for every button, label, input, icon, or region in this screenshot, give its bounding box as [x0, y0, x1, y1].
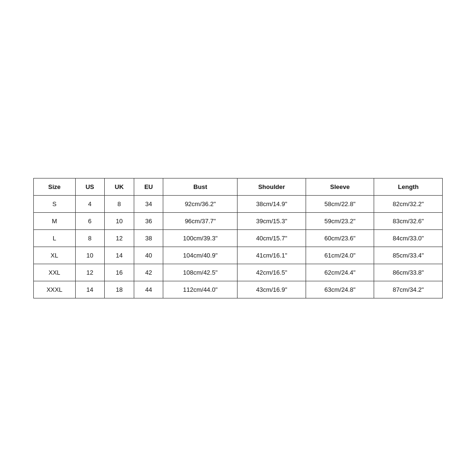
cell-us: 4 — [75, 195, 104, 212]
cell-shoulder: 39cm/15.3" — [238, 212, 306, 229]
size-chart-container: Size US UK EU Bust Shoulder Sleeve Lengt… — [33, 178, 443, 298]
cell-shoulder: 42cm/16.5" — [238, 264, 306, 281]
cell-length: 87cm/34.2" — [374, 281, 443, 298]
cell-bust: 100cm/39.3" — [163, 229, 238, 247]
cell-shoulder: 43cm/16.9" — [238, 281, 306, 298]
table-row: M6103696cm/37.7"39cm/15.3"59cm/23.2"83cm… — [34, 212, 443, 229]
cell-us: 10 — [75, 247, 104, 264]
cell-eu: 42 — [134, 264, 163, 281]
cell-uk: 10 — [104, 212, 134, 229]
cell-length: 84cm/33.0" — [374, 229, 443, 247]
col-header-bust: Bust — [163, 178, 238, 195]
cell-length: 82cm/32.2" — [374, 195, 443, 212]
cell-sleeve: 60cm/23.6" — [306, 229, 374, 247]
cell-length: 86cm/33.8" — [374, 264, 443, 281]
col-header-size: Size — [34, 178, 76, 195]
col-header-sleeve: Sleeve — [306, 178, 374, 195]
table-row: L81238100cm/39.3"40cm/15.7"60cm/23.6"84c… — [34, 229, 443, 247]
cell-size: XXL — [34, 264, 76, 281]
col-header-uk: UK — [104, 178, 134, 195]
col-header-eu: EU — [134, 178, 163, 195]
cell-size: S — [34, 195, 76, 212]
cell-sleeve: 63cm/24.8" — [306, 281, 374, 298]
cell-shoulder: 40cm/15.7" — [238, 229, 306, 247]
cell-uk: 12 — [104, 229, 134, 247]
col-header-us: US — [75, 178, 104, 195]
cell-eu: 34 — [134, 195, 163, 212]
table-header-row: Size US UK EU Bust Shoulder Sleeve Lengt… — [34, 178, 443, 195]
cell-us: 6 — [75, 212, 104, 229]
table-row: S483492cm/36.2"38cm/14.9"58cm/22.8"82cm/… — [34, 195, 443, 212]
table-row: XXXL141844112cm/44.0"43cm/16.9"63cm/24.8… — [34, 281, 443, 298]
cell-uk: 16 — [104, 264, 134, 281]
cell-size: XL — [34, 247, 76, 264]
table-row: XXL121642108cm/42.5"42cm/16.5"62cm/24.4"… — [34, 264, 443, 281]
cell-bust: 108cm/42.5" — [163, 264, 238, 281]
cell-uk: 14 — [104, 247, 134, 264]
cell-eu: 40 — [134, 247, 163, 264]
cell-shoulder: 41cm/16.1" — [238, 247, 306, 264]
col-header-length: Length — [374, 178, 443, 195]
cell-bust: 112cm/44.0" — [163, 281, 238, 298]
cell-eu: 44 — [134, 281, 163, 298]
cell-us: 14 — [75, 281, 104, 298]
cell-uk: 18 — [104, 281, 134, 298]
cell-size: XXXL — [34, 281, 76, 298]
cell-sleeve: 59cm/23.2" — [306, 212, 374, 229]
cell-sleeve: 58cm/22.8" — [306, 195, 374, 212]
cell-sleeve: 61cm/24.0" — [306, 247, 374, 264]
size-chart-table: Size US UK EU Bust Shoulder Sleeve Lengt… — [33, 178, 443, 298]
cell-size: M — [34, 212, 76, 229]
cell-length: 83cm/32.6" — [374, 212, 443, 229]
cell-sleeve: 62cm/24.4" — [306, 264, 374, 281]
cell-bust: 96cm/37.7" — [163, 212, 238, 229]
cell-length: 85cm/33.4" — [374, 247, 443, 264]
cell-eu: 36 — [134, 212, 163, 229]
cell-shoulder: 38cm/14.9" — [238, 195, 306, 212]
cell-size: L — [34, 229, 76, 247]
table-row: XL101440104cm/40.9"41cm/16.1"61cm/24.0"8… — [34, 247, 443, 264]
cell-us: 12 — [75, 264, 104, 281]
cell-eu: 38 — [134, 229, 163, 247]
cell-uk: 8 — [104, 195, 134, 212]
col-header-shoulder: Shoulder — [238, 178, 306, 195]
cell-bust: 104cm/40.9" — [163, 247, 238, 264]
cell-bust: 92cm/36.2" — [163, 195, 238, 212]
cell-us: 8 — [75, 229, 104, 247]
